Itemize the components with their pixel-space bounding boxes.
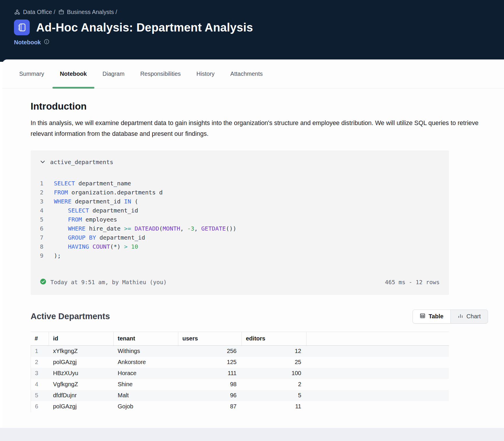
breadcrumb-label: Data Office / <box>23 9 55 15</box>
tab-history[interactable]: History <box>196 59 215 88</box>
cell-id: polGAzgj <box>49 359 114 366</box>
cell-users: 111 <box>178 370 242 377</box>
column-header-users[interactable]: users <box>178 332 242 345</box>
column-header-empty <box>306 332 449 345</box>
line-number: 2 <box>40 188 47 197</box>
cell-users: 98 <box>178 381 242 388</box>
cell-tenant: Withings <box>114 348 178 354</box>
table-row: 4VgfkgngZShine982 <box>31 379 449 390</box>
line-number: 1 <box>40 179 47 188</box>
cell-tenant: Shine <box>114 381 178 388</box>
view-toggle: Table Chart <box>413 310 488 324</box>
tab-attachments[interactable]: Attachments <box>230 59 263 88</box>
code-line: 1SELECT department_name <box>40 179 440 188</box>
cell-editors: 2 <box>242 381 306 388</box>
line-number: 6 <box>40 224 47 233</box>
cell-tenant: Gojob <box>114 403 178 410</box>
query-cell-header: active_departments <box>40 159 440 166</box>
column-header-id[interactable]: id <box>49 332 113 345</box>
code-line: 3WHERE department_id IN ( <box>40 197 440 206</box>
breadcrumb: Data Office / Business Analysts / <box>14 9 504 15</box>
page-header: Data Office / Business Analysts / Ad-Hoc… <box>0 0 504 62</box>
cell-id: dfdfDujnr <box>49 392 114 399</box>
tab-diagram[interactable]: Diagram <box>102 59 125 88</box>
cell-row-number: 1 <box>31 348 49 354</box>
cell-editors: 12 <box>242 348 306 354</box>
code-line: 8 HAVING COUNT(*) > 10 <box>40 242 440 251</box>
code-line: 6 WHERE hire_date >= DATEADD(MONTH, -3, … <box>40 224 440 233</box>
tab-summary[interactable]: Summary <box>19 59 45 88</box>
code-line: 2FROM organization.departments d <box>40 188 440 197</box>
line-number: 3 <box>40 197 47 206</box>
line-number: 8 <box>40 242 47 251</box>
bar-chart-icon <box>458 313 463 320</box>
info-icon[interactable] <box>44 39 50 46</box>
page-title: Ad-Hoc Analysis: Department Analysis <box>36 21 253 34</box>
cell-users: 125 <box>178 359 242 366</box>
tab-responsibilities[interactable]: Responsibilities <box>140 59 181 88</box>
table-row: 5dfdfDujnrMalt965 <box>31 390 449 401</box>
cell-tenant: Malt <box>114 392 178 399</box>
column-header-row-number[interactable]: # <box>31 332 49 345</box>
cell-editors: 5 <box>242 392 306 399</box>
cell-id: xYfkgngZ <box>49 348 114 354</box>
tab-notebook[interactable]: Notebook <box>59 59 87 88</box>
cell-users: 87 <box>178 403 242 410</box>
table-view-button[interactable]: Table <box>413 310 451 324</box>
cell-id: HBzXUyu <box>49 370 114 377</box>
chart-view-button[interactable]: Chart <box>451 310 488 324</box>
cell-row-number: 5 <box>31 392 49 399</box>
table-row: 3HBzXUyuHorace111100 <box>31 368 449 379</box>
cell-users: 96 <box>178 392 242 399</box>
query-run-info: Today at 9:51 am, by Mathieu (you) <box>50 279 167 286</box>
query-name: active_departments <box>50 159 113 166</box>
table-row: 2polGAzgjAnkorstore12525 <box>31 357 449 368</box>
cell-id: polGAzgj <box>49 403 114 410</box>
table-view-label: Table <box>429 313 443 320</box>
chevron-down-icon[interactable] <box>40 159 45 165</box>
tab-bar: Summary Notebook Diagram Responsibilitie… <box>2 59 504 89</box>
table-row: 6polGAzgjGojob8711 <box>31 401 449 412</box>
cell-editors: 25 <box>242 359 306 366</box>
column-header-tenant[interactable]: tenant <box>113 332 178 345</box>
cell-row-number: 3 <box>31 370 49 377</box>
code-line: 9); <box>40 251 440 260</box>
chart-view-label: Chart <box>466 313 481 320</box>
results-heading: Active Departments <box>31 312 110 321</box>
cell-editors: 100 <box>242 370 306 377</box>
sql-query-cell: active_departments 1SELECT department_na… <box>31 150 449 295</box>
breadcrumb-item-business-analysts[interactable]: Business Analysts / <box>58 9 117 15</box>
cell-row-number: 6 <box>31 403 49 410</box>
footer-strip <box>0 428 504 441</box>
check-circle-icon <box>40 278 46 286</box>
breadcrumb-label: Business Analysts / <box>67 9 117 15</box>
code-line: 4 SELECT department_id <box>40 206 440 215</box>
section-heading-introduction: Introduction <box>31 101 504 112</box>
results-table: # id tenant users editors 1xYfkgngZWithi… <box>31 332 449 412</box>
cell-editors: 11 <box>242 403 306 410</box>
introduction-paragraph: In this analysis, we will examine depart… <box>31 118 494 139</box>
code-line: 7 GROUP BY department_id <box>40 233 440 242</box>
sql-code-editor[interactable]: 1SELECT department_name2FROM organizatio… <box>40 179 440 260</box>
org-icon <box>14 9 20 15</box>
table-body: 1xYfkgngZWithings256122polGAzgjAnkorstor… <box>31 346 449 412</box>
cell-row-number: 2 <box>31 359 49 366</box>
line-number: 4 <box>40 206 47 215</box>
column-header-editors[interactable]: editors <box>242 332 306 345</box>
main-panel: Summary Notebook Diagram Responsibilitie… <box>2 59 504 428</box>
query-status-bar: Today at 9:51 am, by Mathieu (you) 465 m… <box>40 278 440 286</box>
cell-row-number: 4 <box>31 381 49 388</box>
line-number: 7 <box>40 233 47 242</box>
notebook-icon <box>14 20 30 35</box>
table-header-row: # id tenant users editors <box>31 332 449 346</box>
table-icon <box>420 313 425 320</box>
query-perf-info: 465 ms - 12 rows <box>385 279 440 286</box>
cell-tenant: Horace <box>114 370 178 377</box>
breadcrumb-item-data-office[interactable]: Data Office / <box>14 9 55 15</box>
workspace-icon <box>58 9 64 15</box>
cell-users: 256 <box>178 348 242 354</box>
asset-type-label: Notebook <box>14 39 41 46</box>
code-line: 5 FROM employees <box>40 215 440 224</box>
table-row: 1xYfkgngZWithings25612 <box>31 346 449 357</box>
cell-id: VgfkgngZ <box>49 381 114 388</box>
